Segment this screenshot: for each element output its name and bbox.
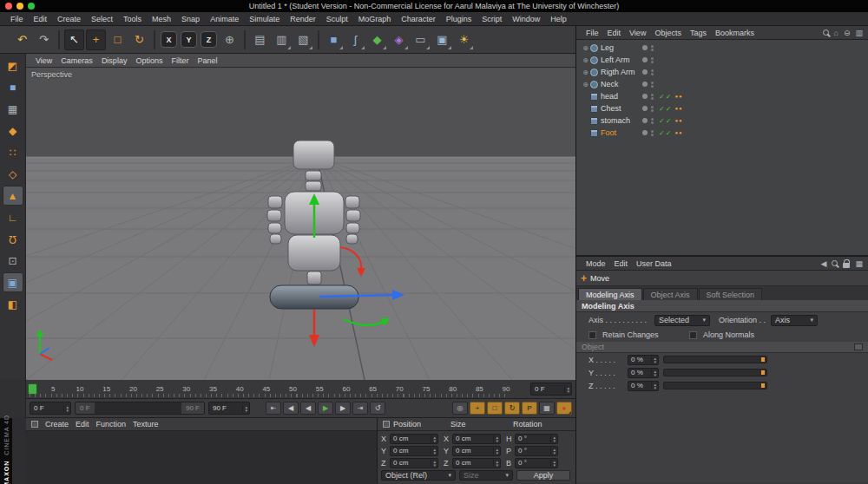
object-row[interactable]: ⊕ Neck ✓✓ ●● xyxy=(576,78,868,90)
layer-dot[interactable] xyxy=(642,57,648,62)
viewport-menu-item[interactable]: Panel xyxy=(193,56,221,65)
attribute-menu-item[interactable]: Mode xyxy=(582,259,610,268)
value-spinner[interactable] xyxy=(431,460,436,467)
goto-start-button[interactable]: ⇤ xyxy=(266,402,281,415)
search-icon[interactable] xyxy=(832,260,838,266)
apply-button[interactable]: Apply xyxy=(516,470,570,481)
attribute-menu-item[interactable]: User Data xyxy=(632,259,676,268)
menubar-item[interactable]: File xyxy=(5,15,29,23)
visibility-dots[interactable] xyxy=(651,94,654,100)
attribute-tab[interactable]: Modeling Axis xyxy=(578,288,642,300)
render-view[interactable]: ▤ xyxy=(250,29,270,50)
toolbar-separator[interactable] xyxy=(318,30,319,49)
value-spinner[interactable] xyxy=(550,448,556,455)
menubar-item[interactable]: Create xyxy=(52,15,86,23)
model-mode[interactable]: ■ xyxy=(3,77,23,97)
keyframe-presets-button[interactable]: ● xyxy=(556,402,572,415)
slider-track[interactable] xyxy=(663,382,767,389)
menubar-item[interactable]: Edit xyxy=(29,15,53,23)
menubar-item[interactable]: Help xyxy=(545,15,572,23)
object-name[interactable]: Neck xyxy=(601,80,642,88)
position-field[interactable]: 0 cm xyxy=(390,458,438,468)
slider-value-field[interactable]: 0 % xyxy=(628,381,659,391)
add-light[interactable]: ☀ xyxy=(454,29,474,50)
keyframe-dots-icon[interactable]: ●● xyxy=(674,94,682,99)
lock-y-axis[interactable]: Y xyxy=(181,31,197,48)
layer-dot[interactable] xyxy=(642,82,648,87)
coordinate-system[interactable]: ⊕ xyxy=(220,29,240,50)
object-row[interactable]: ⊕ head ✓✓ ●● xyxy=(576,90,868,102)
object-name[interactable]: Rigth Arm xyxy=(601,68,642,76)
frame-spinner[interactable] xyxy=(564,386,569,393)
expand-icon[interactable]: ⊕ xyxy=(582,81,589,88)
material-menu-item[interactable]: Edit xyxy=(72,420,93,428)
add-deformer[interactable]: ◈ xyxy=(389,29,409,50)
menubar-item[interactable]: Plugins xyxy=(441,15,477,23)
material-menu-item[interactable]: Texture xyxy=(129,420,162,428)
menubar-item[interactable]: Script xyxy=(477,15,507,23)
value-spinner[interactable] xyxy=(651,370,656,376)
viewport-menu-item[interactable]: Display xyxy=(97,56,132,65)
attribute-tab[interactable]: Soft Selection xyxy=(699,288,763,300)
object-menu-item[interactable]: Edit xyxy=(603,29,626,37)
record-parameter-toggle[interactable]: P xyxy=(522,402,537,415)
visibility-dots[interactable] xyxy=(651,130,654,136)
orientation-select[interactable]: Axis xyxy=(771,315,818,326)
prev-frame-button[interactable]: ◀ xyxy=(300,402,316,415)
position-field[interactable]: 0 cm xyxy=(390,434,438,444)
rotation-field[interactable]: 0 ° xyxy=(515,446,558,456)
workplane-mode[interactable]: ◆ xyxy=(3,121,23,141)
collapse-icon[interactable]: ⊖ xyxy=(844,29,851,37)
slider-value-field[interactable]: 0 % xyxy=(628,355,659,365)
object-name[interactable]: stomach xyxy=(601,116,642,125)
slider-track[interactable] xyxy=(663,369,767,376)
menubar-item[interactable]: Render xyxy=(285,15,321,23)
visibility-dots[interactable] xyxy=(651,82,654,88)
goto-end-button[interactable]: ⇥ xyxy=(352,402,368,415)
enable-axis-mode[interactable]: ∟ xyxy=(3,207,23,227)
menubar-item[interactable]: Animate xyxy=(205,15,244,23)
value-spinner[interactable] xyxy=(550,435,556,442)
points-mode[interactable]: ∷ xyxy=(3,142,23,162)
toolbar-separator[interactable] xyxy=(244,30,246,49)
enabled-checks-icon[interactable]: ✓✓ xyxy=(659,93,672,101)
viewport-view-label[interactable]: Perspective xyxy=(31,70,72,79)
section-mini-button[interactable] xyxy=(854,343,863,350)
prev-key-button[interactable]: ◀ xyxy=(283,402,299,415)
keyframe-dots-icon[interactable]: ●● xyxy=(674,130,682,135)
size-mode-select[interactable]: Size xyxy=(459,470,513,481)
record-keyframe-button[interactable]: ◎ xyxy=(452,402,468,415)
value-spinner[interactable] xyxy=(493,460,498,467)
search-icon[interactable] xyxy=(823,29,829,36)
add-mograph[interactable]: ◆ xyxy=(367,29,387,50)
range-handle-end[interactable]: 90 F xyxy=(181,402,204,414)
grid-icon[interactable]: ▦ xyxy=(855,259,863,268)
visibility-dots[interactable] xyxy=(651,69,654,75)
menubar-item[interactable]: Mesh xyxy=(147,15,176,23)
material-manager-icon[interactable] xyxy=(31,421,38,428)
lock-z-axis[interactable]: Z xyxy=(201,31,217,48)
object-row[interactable]: ⊕ Rigth Arm ✓✓ ●● xyxy=(576,66,868,78)
expand-icon[interactable]: ⊕ xyxy=(582,44,589,52)
make-editable[interactable]: ◩ xyxy=(3,56,23,75)
panel-icon[interactable]: ▥ xyxy=(855,29,863,37)
timeline-ruler[interactable]: 51015202530354045505560657075808590 0 F xyxy=(26,380,575,399)
add-camera[interactable]: ▣ xyxy=(432,29,452,50)
object-menu-item[interactable]: Objects xyxy=(650,29,686,37)
rotation-field[interactable]: 0 ° xyxy=(515,434,558,444)
value-spinner[interactable] xyxy=(431,435,436,442)
texture-mode[interactable]: ▦ xyxy=(3,99,23,119)
redo-button[interactable]: ↷ xyxy=(34,29,54,50)
axis-select[interactable]: Selected xyxy=(654,315,710,326)
rotate-tool[interactable]: ↻ xyxy=(129,29,149,50)
value-spinner[interactable] xyxy=(431,448,436,455)
range-start-spinner[interactable] xyxy=(63,405,69,412)
viewport-menu-item[interactable]: Filter xyxy=(167,56,193,65)
object-name[interactable]: Left Arm xyxy=(601,56,642,64)
value-spinner[interactable] xyxy=(493,448,498,455)
record-position-toggle[interactable]: + xyxy=(470,402,485,415)
enabled-checks-icon[interactable]: ✓✓ xyxy=(659,105,672,113)
enabled-checks-icon[interactable]: ✓✓ xyxy=(659,117,672,125)
expand-icon[interactable]: ⊕ xyxy=(582,56,589,64)
value-spinner[interactable] xyxy=(651,356,656,363)
